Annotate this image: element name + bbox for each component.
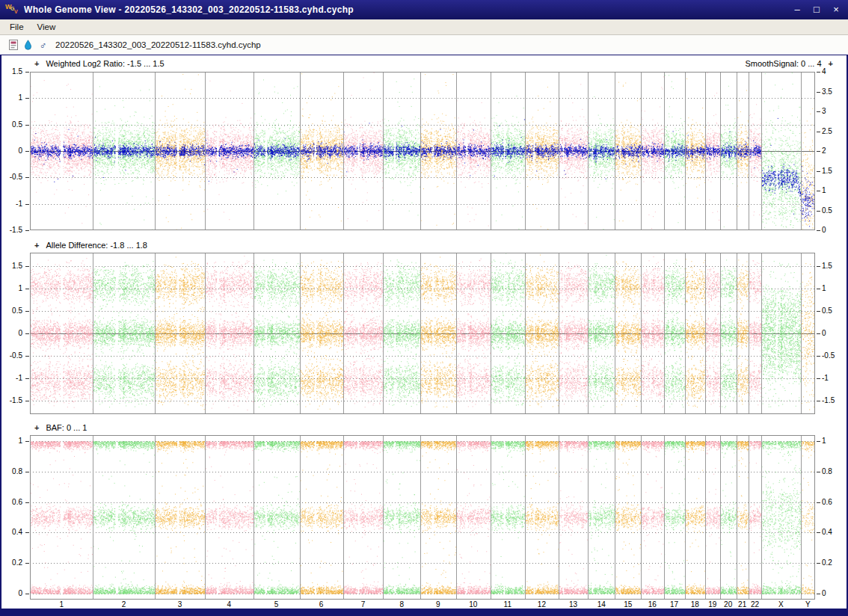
axis-tick-label: 0.8 (822, 467, 832, 476)
tick-mark (25, 72, 29, 73)
minimize-button[interactable]: – (788, 2, 806, 17)
tick-mark (25, 204, 29, 205)
tick-mark (817, 441, 820, 442)
tick-mark (817, 502, 820, 503)
file-row: ♂ 20220526_143302_003_20220512-11583.cyh… (0, 35, 848, 55)
axis-tick-label: -0.5 (1, 351, 22, 360)
axis-tick-label: 1.5 (822, 167, 832, 176)
tick-mark (817, 151, 820, 152)
axis-tick-label: 3 (822, 107, 826, 116)
tick-mark (25, 289, 29, 289)
menu-file[interactable]: File (3, 21, 31, 33)
chromosome-axis: 12345678910111213141516171819202122XY (1, 600, 847, 610)
chromosome-label: 21 (738, 600, 746, 609)
axis-tick-label: -1 (1, 374, 22, 383)
tick-mark (25, 472, 29, 472)
axis-tick-label: 2 (822, 147, 826, 155)
tick-mark (817, 171, 820, 172)
chromosome-label: 12 (538, 600, 546, 609)
chromosome-label: 2 (122, 600, 126, 609)
tick-mark (817, 111, 820, 112)
axis-tick-label: 1 (822, 186, 826, 195)
tick-mark (817, 594, 820, 594)
axis-tick-label: 1 (822, 284, 826, 293)
axis-tick-label: 0 (822, 589, 826, 598)
tick-mark (25, 177, 29, 178)
axis-tick-label: -1.5 (822, 396, 835, 405)
tick-mark (25, 401, 29, 401)
tick-mark (817, 266, 820, 267)
tick-mark (817, 211, 820, 212)
axis-tick-label: 0.5 (1, 307, 22, 315)
window-title: Whole Genome View - 20220526_143302_003_… (24, 4, 788, 15)
allele-difference-plot[interactable] (30, 253, 815, 414)
axis-tick-label: 1 (822, 437, 826, 446)
tick-mark (25, 441, 29, 442)
expand-log2-button[interactable]: + (34, 60, 39, 68)
tick-mark (817, 92, 820, 93)
axis-tick-label: 1 (1, 93, 22, 102)
app-logo-icon: WGV (4, 3, 19, 16)
log2-panel-title: Weighted Log2 Ratio: -1.5 ... 1.5 (46, 59, 164, 68)
chromosome-label: 1 (59, 600, 64, 609)
close-button[interactable]: × (827, 2, 845, 17)
baf-plot[interactable] (30, 435, 815, 600)
chromosome-label: 15 (624, 600, 632, 609)
chromosome-label: 4 (227, 600, 232, 609)
baf-panel: + BAF: 0 ... 1 10.80.60.40.2010.80.60.40… (1, 414, 847, 600)
log2-panel-header: + Weighted Log2 Ratio: -1.5 ... 1.5 Smoo… (1, 55, 847, 72)
chromosome-label: 3 (178, 600, 182, 609)
smoothsignal-axis-title: SmoothSignal: 0 ... 4 (745, 59, 821, 68)
sample-filename: 20220526_143302_003_20220512-11583.cyhd.… (55, 40, 261, 49)
axis-tick-label: 1.5 (822, 262, 832, 271)
axis-tick-label: 0.5 (822, 206, 832, 215)
baf-header: + BAF: 0 ... 1 (1, 414, 847, 435)
chromosome-label: 9 (436, 600, 440, 609)
axis-tick-label: -1 (1, 200, 22, 209)
chromosome-label: 7 (361, 600, 366, 609)
expand-allele-difference-button[interactable]: + (34, 241, 39, 250)
axis-tick-label: 0.8 (1, 467, 22, 476)
tick-mark (817, 401, 820, 401)
tick-mark (817, 563, 820, 564)
chromosome-label: 10 (469, 600, 477, 609)
chromosome-label: 20 (724, 600, 732, 609)
tick-mark (817, 289, 820, 289)
tick-mark (25, 311, 29, 312)
log2-panel: + Weighted Log2 Ratio: -1.5 ... 1.5 Smoo… (1, 55, 847, 230)
allele-difference-panel: + Allele Difference: -1.8 ... 1.8 1.510.… (1, 230, 847, 414)
axis-tick-label: 0.6 (822, 498, 832, 507)
axis-tick-label: 0.5 (822, 307, 832, 315)
chromosome-label: 18 (691, 600, 699, 609)
tick-mark (817, 333, 820, 334)
chromosome-label: Y (805, 600, 811, 609)
chromosome-label: 11 (504, 600, 511, 609)
tick-mark (817, 532, 820, 533)
tick-mark (817, 191, 820, 191)
expand-smoothsignal-button[interactable]: + (829, 60, 833, 68)
tick-mark (817, 132, 820, 132)
allele-difference-title: Allele Difference: -1.8 ... 1.8 (46, 241, 147, 250)
tick-mark (25, 266, 29, 267)
tick-mark (25, 333, 29, 334)
app-window: WGV Whole Genome View - 20220526_143302_… (0, 0, 848, 616)
axis-tick-label: 0.2 (822, 558, 832, 567)
tick-mark (817, 472, 820, 472)
axis-tick-label: 0 (1, 329, 22, 338)
chromosome-label: 8 (399, 600, 404, 609)
tick-mark (817, 311, 820, 312)
tick-mark (25, 356, 29, 357)
tick-mark (25, 125, 29, 126)
axis-tick-label: 0.5 (1, 120, 22, 129)
baf-title: BAF: 0 ... 1 (46, 423, 87, 432)
axis-tick-label: -0.5 (822, 351, 835, 360)
expand-baf-button[interactable]: + (34, 424, 39, 432)
tick-mark (25, 502, 29, 503)
menu-view[interactable]: View (31, 21, 63, 33)
chromosome-label: X (778, 600, 784, 609)
tick-mark (817, 378, 820, 379)
log2-plot[interactable] (30, 72, 815, 230)
male-symbol-icon: ♂ (37, 39, 49, 51)
maximize-button[interactable]: □ (808, 2, 826, 17)
chromosome-label: 16 (648, 600, 657, 609)
